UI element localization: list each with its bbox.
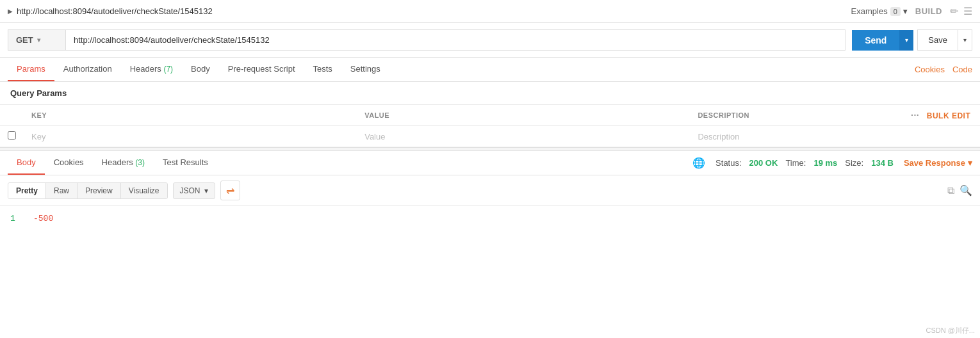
cookies-link[interactable]: Cookies: [915, 65, 945, 74]
time-value: 19 ms: [813, 158, 837, 168]
response-tabs-row: Body Cookies Headers (3) Test Results 🌐 …: [0, 151, 980, 175]
wrap-button[interactable]: ⇌: [220, 181, 240, 200]
save-response-chevron-icon: ▾: [968, 158, 972, 168]
save-btn-group: Save ▾: [917, 29, 972, 51]
tab-headers[interactable]: Headers (7): [121, 58, 182, 81]
response-tab-test-results[interactable]: Test Results: [154, 151, 217, 175]
key-input[interactable]: [31, 132, 349, 141]
bulk-edit-link[interactable]: Bulk Edit: [927, 111, 971, 120]
examples-label: Examples: [851, 6, 888, 16]
format-tab-visualize[interactable]: Visualize: [121, 183, 167, 198]
status-value: 200 OK: [749, 158, 778, 168]
response-tab-body[interactable]: Body: [8, 151, 45, 175]
line-value: -500: [33, 214, 53, 223]
value-cell: [357, 126, 690, 147]
response-status-area: 🌐 Status: 200 OK Time: 19 ms Size: 134 B…: [692, 157, 972, 169]
tab-params[interactable]: Params: [8, 58, 54, 81]
save-chevron-button[interactable]: ▾: [958, 29, 972, 51]
examples-button[interactable]: Examples 0 ▾: [851, 6, 908, 16]
top-bar-right: Examples 0 ▾ BUILD ✏ ☰: [851, 5, 972, 17]
response-headers-badge: (3): [135, 158, 145, 167]
build-button[interactable]: BUILD: [915, 6, 942, 16]
row-checkbox[interactable]: [0, 126, 24, 147]
copy-button[interactable]: ⧉: [947, 184, 954, 197]
globe-icon[interactable]: 🌐: [692, 157, 705, 169]
code-line: 1 -500: [10, 214, 970, 223]
description-input[interactable]: [698, 132, 895, 141]
actions-col-header: ··· Bulk Edit: [903, 105, 980, 126]
method-select[interactable]: GET ▾: [8, 29, 65, 51]
method-chevron-icon: ▾: [37, 36, 40, 44]
description-cell: [690, 126, 903, 147]
tab-pre-request-script[interactable]: Pre-request Script: [219, 58, 304, 81]
format-tab-preview[interactable]: Preview: [78, 183, 121, 198]
search-button[interactable]: 🔍: [960, 184, 972, 197]
json-format-label: JSON: [180, 186, 200, 195]
format-tab-raw[interactable]: Raw: [46, 183, 78, 198]
tab-settings[interactable]: Settings: [341, 58, 389, 81]
save-response-button[interactable]: Save Response ▾: [904, 158, 972, 168]
examples-chevron-icon: ▾: [903, 6, 908, 16]
tab-tests[interactable]: Tests: [304, 58, 341, 81]
key-cell: [24, 126, 357, 147]
request-tabs-row: Params Authorization Headers (7) Body Pr…: [0, 58, 980, 82]
checkbox-col: [0, 105, 24, 126]
tab-body[interactable]: Body: [182, 58, 219, 81]
response-tabs: Body Cookies Headers (3) Test Results: [8, 151, 692, 175]
json-format-select[interactable]: JSON ▾: [173, 182, 215, 199]
save-button[interactable]: Save: [917, 29, 958, 51]
row-actions: [903, 126, 980, 147]
examples-count: 0: [890, 7, 901, 16]
send-button[interactable]: Send: [852, 30, 899, 51]
send-btn-group: Send ▾: [852, 30, 913, 51]
request-bar: GET ▾ Send ▾ Save ▾: [0, 23, 980, 58]
params-table-header-row: KEY VALUE DESCRIPTION ··· Bulk Edit: [0, 105, 980, 126]
response-tab-headers[interactable]: Headers (3): [93, 151, 154, 175]
response-tab-cookies[interactable]: Cookies: [45, 151, 93, 175]
code-link[interactable]: Code: [952, 65, 972, 74]
status-info: Status: 200 OK Time: 19 ms Size: 134 B: [715, 158, 894, 168]
time-label: Time:: [785, 158, 806, 168]
description-col-header: DESCRIPTION: [690, 105, 903, 126]
format-tab-pretty[interactable]: Pretty: [8, 183, 46, 198]
top-bar-left: ▶ http://localhost:8094/autodeliver/chec…: [8, 6, 213, 16]
tabs-right-links: Cookies Code: [915, 65, 972, 74]
row-checkbox-input[interactable]: [8, 131, 16, 140]
edit-icon[interactable]: ✏: [950, 5, 958, 17]
top-bar-url: http://localhost:8094/autodeliver/checkS…: [17, 6, 213, 16]
send-chevron-button[interactable]: ▾: [899, 30, 913, 51]
response-toolbar-right: ⧉ 🔍: [947, 184, 972, 197]
top-icons: ✏ ☰: [950, 5, 972, 17]
url-input[interactable]: [65, 29, 845, 51]
line-number: 1: [10, 214, 23, 223]
code-area: 1 -500: [0, 206, 980, 231]
value-input[interactable]: [364, 132, 682, 141]
response-toolbar: Pretty Raw Preview Visualize JSON ▾ ⇌ ⧉ …: [0, 175, 980, 206]
save-response-label: Save Response: [904, 158, 965, 168]
top-bar: ▶ http://localhost:8094/autodeliver/chec…: [0, 0, 980, 23]
status-label: Status:: [715, 158, 741, 168]
method-label: GET: [16, 35, 33, 45]
value-col-header: VALUE: [357, 105, 690, 126]
format-tabs: Pretty Raw Preview Visualize: [8, 182, 168, 199]
key-col-header: KEY: [24, 105, 357, 126]
params-table: KEY VALUE DESCRIPTION ··· Bulk Edit: [0, 105, 980, 147]
headers-badge: (7): [163, 65, 173, 74]
size-value: 134 B: [871, 158, 894, 168]
more-options-icon[interactable]: ···: [911, 110, 919, 120]
request-tabs: Params Authorization Headers (7) Body Pr…: [8, 58, 915, 81]
expand-arrow-icon[interactable]: ▶: [8, 8, 13, 15]
table-row: [0, 126, 980, 147]
tab-authorization[interactable]: Authorization: [54, 58, 121, 81]
size-label: Size:: [845, 158, 863, 168]
menu-icon[interactable]: ☰: [963, 5, 972, 17]
query-params-header: Query Params: [0, 82, 980, 105]
json-format-chevron-icon: ▾: [204, 186, 208, 195]
